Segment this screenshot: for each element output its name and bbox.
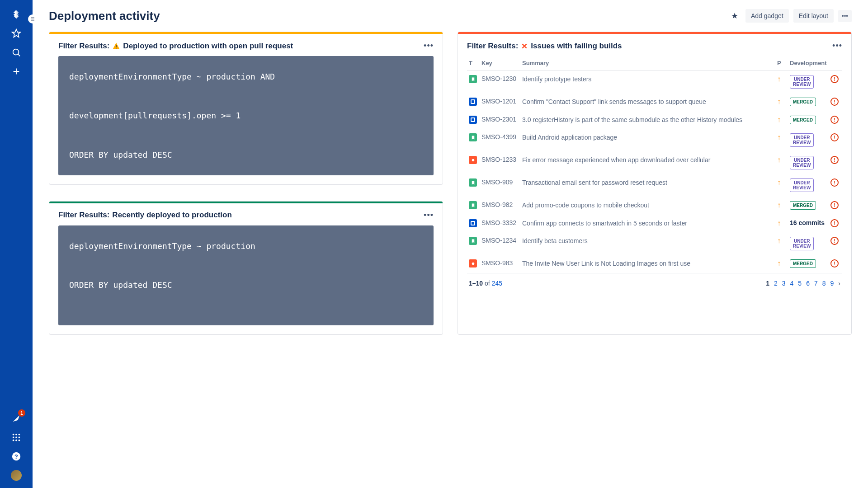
global-sidebar: 1 ?: [0, 0, 33, 488]
issue-summary[interactable]: The Invite New User Link is Not Loading …: [522, 260, 690, 267]
favorite-button[interactable]: ★: [728, 8, 741, 23]
issue-key[interactable]: SMSO-3332: [481, 219, 516, 226]
priority-icon: ↑: [777, 237, 781, 244]
issue-key[interactable]: SMSO-1233: [481, 156, 516, 163]
notification-badge: 1: [18, 409, 25, 417]
table-row[interactable]: SMSO-4399Build Android application packa…: [467, 129, 842, 151]
issue-summary[interactable]: Confirm "Contact Support" link sends mes…: [522, 98, 706, 105]
build-status-error-icon: !: [830, 133, 839, 141]
dev-status-badge[interactable]: MERGED: [790, 116, 816, 124]
issue-summary[interactable]: Identify prototype testers: [522, 75, 591, 83]
notifications-icon[interactable]: 1: [11, 413, 22, 424]
gadget-menu-button[interactable]: •••: [424, 211, 434, 220]
page-number[interactable]: 9: [830, 280, 834, 287]
gadget-failing-builds: Filter Results: Issues with failing buil…: [458, 32, 852, 335]
table-row[interactable]: SMSO-982Add promo-code coupons to mobile…: [467, 197, 842, 215]
gadget-menu-button[interactable]: •••: [424, 41, 434, 51]
svg-text:?: ?: [14, 453, 18, 460]
next-page-button[interactable]: ›: [838, 280, 840, 287]
pagination-of: of: [485, 280, 490, 287]
table-row[interactable]: SMSO-1230Identify prototype testers↑UNDE…: [467, 70, 842, 94]
user-avatar[interactable]: [11, 470, 22, 481]
help-icon[interactable]: ?: [11, 451, 22, 462]
star-icon[interactable]: [11, 28, 22, 39]
pagination-range: 1–10: [469, 280, 483, 287]
page-title: Deployment activity: [49, 9, 160, 23]
app-switcher-icon[interactable]: [11, 432, 22, 443]
page-number[interactable]: 6: [806, 280, 810, 287]
pagination: 1–10 of 245 123456789›: [467, 273, 842, 287]
page-number[interactable]: 3: [782, 280, 786, 287]
add-gadget-button[interactable]: Add gadget: [745, 9, 789, 23]
dev-status-badge[interactable]: MERGED: [790, 98, 816, 106]
dev-status-badge[interactable]: UNDERREVIEW: [790, 178, 814, 192]
col-header-priority[interactable]: P: [775, 56, 788, 70]
col-header-development[interactable]: Development: [788, 56, 829, 70]
jira-logo-icon[interactable]: [11, 9, 22, 20]
table-row[interactable]: SMSO-23013.0 registerHistory is part of …: [467, 111, 842, 129]
issues-table: T Key Summary P Development SMSO-1230Ide…: [467, 56, 842, 273]
dev-status-badge[interactable]: MERGED: [790, 201, 816, 210]
build-status-error-icon: !: [830, 237, 839, 245]
issue-type-story-icon: [469, 75, 477, 83]
issue-summary[interactable]: 3.0 registerHistory is part of the same …: [522, 116, 742, 123]
card-title-text: Deployed to production with open pull re…: [123, 42, 293, 51]
issue-key[interactable]: SMSO-1230: [481, 75, 516, 82]
issue-type-bug-icon: [469, 259, 477, 267]
table-row[interactable]: SMSO-1234Identify beta customers↑UNDERRE…: [467, 232, 842, 255]
dev-status-badge[interactable]: MERGED: [790, 259, 816, 268]
build-status-error-icon: !: [830, 156, 839, 164]
table-row[interactable]: SMSO-983The Invite New User Link is Not …: [467, 255, 842, 273]
dev-status-badge[interactable]: UNDERREVIEW: [790, 156, 814, 169]
issue-summary[interactable]: Build Android application package: [522, 134, 617, 141]
page-number[interactable]: 5: [798, 280, 802, 287]
table-row[interactable]: SMSO-1201Confirm "Contact Support" link …: [467, 93, 842, 111]
build-status-error-icon: !: [830, 116, 839, 124]
create-icon[interactable]: [11, 66, 22, 77]
issue-summary[interactable]: Add promo-code coupons to mobile checkou…: [522, 202, 649, 209]
page-number[interactable]: 1: [766, 280, 769, 287]
page-number[interactable]: 2: [774, 280, 778, 287]
table-row[interactable]: SMSO-3332Confirm app connects to smartwa…: [467, 215, 842, 233]
edit-layout-button[interactable]: Edit layout: [793, 9, 834, 23]
issue-key[interactable]: SMSO-982: [481, 201, 513, 208]
error-icon: [521, 42, 528, 50]
issue-summary[interactable]: Confirm app connects to smartwatch in 5 …: [522, 220, 687, 227]
build-status-error-icon: !: [830, 98, 839, 106]
more-actions-button[interactable]: •••: [838, 10, 852, 22]
gadget-menu-button[interactable]: •••: [832, 41, 842, 51]
page-number[interactable]: 4: [790, 280, 794, 287]
issue-key[interactable]: SMSO-1234: [481, 237, 516, 244]
dev-status-badge[interactable]: UNDERREVIEW: [790, 75, 814, 89]
issue-type-task-icon: [469, 116, 477, 124]
col-header-key[interactable]: Key: [480, 56, 520, 70]
warning-icon: [112, 42, 120, 50]
issue-summary[interactable]: Identify beta customers: [522, 237, 588, 244]
dev-status-badge[interactable]: UNDERREVIEW: [790, 133, 814, 147]
issue-key[interactable]: SMSO-909: [481, 178, 513, 186]
svg-rect-12: [116, 45, 117, 47]
svg-point-9: [19, 440, 20, 441]
dev-status-badge[interactable]: UNDERREVIEW: [790, 237, 814, 250]
issue-summary[interactable]: Transactional email sent for password re…: [522, 179, 667, 186]
col-header-summary[interactable]: Summary: [520, 56, 775, 70]
issue-key[interactable]: SMSO-983: [481, 259, 513, 267]
svg-point-14: [472, 159, 474, 161]
issue-type-task-icon: [469, 219, 477, 227]
sidebar-expand-toggle[interactable]: [28, 14, 37, 23]
page-number[interactable]: 7: [814, 280, 818, 287]
page-number[interactable]: 8: [822, 280, 826, 287]
issue-type-story-icon: [469, 178, 477, 187]
issue-key[interactable]: SMSO-2301: [481, 116, 516, 123]
table-row[interactable]: SMSO-909Transactional email sent for pas…: [467, 174, 842, 197]
priority-icon: ↑: [777, 75, 781, 83]
search-icon[interactable]: [11, 47, 22, 58]
issue-key[interactable]: SMSO-1201: [481, 98, 516, 105]
col-header-type[interactable]: T: [467, 56, 480, 70]
pagination-total[interactable]: 245: [492, 280, 502, 287]
priority-icon: ↑: [777, 178, 781, 186]
issue-key[interactable]: SMSO-4399: [481, 133, 516, 141]
table-row[interactable]: SMSO-1233Fix error message experienced w…: [467, 151, 842, 174]
issue-summary[interactable]: Fix error message experienced when app d…: [522, 156, 710, 164]
dev-commits-count[interactable]: 16 commits: [790, 219, 825, 226]
